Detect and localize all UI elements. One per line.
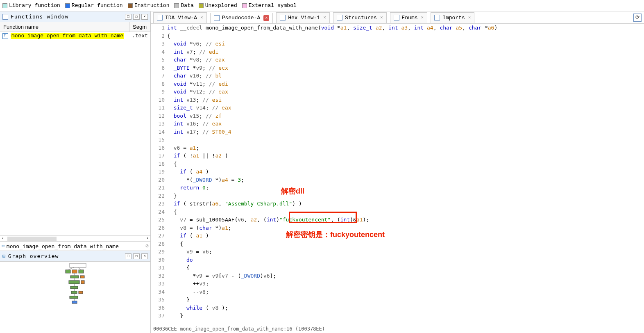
code-line[interactable]: int v17; // ST00_4 bbox=[167, 128, 644, 136]
svg-rect-9 bbox=[71, 291, 77, 294]
svg-rect-4 bbox=[70, 276, 79, 278]
graph-overview-window: ⊞ Graph overview □ ❐ × bbox=[0, 251, 150, 333]
code-line[interactable]: } bbox=[167, 192, 644, 200]
code-line[interactable]: { bbox=[167, 208, 644, 216]
code-line[interactable]: v9 = v6; bbox=[167, 248, 644, 256]
svg-rect-6 bbox=[69, 281, 79, 284]
code-line[interactable]: } bbox=[167, 312, 644, 320]
code-line[interactable]: int v7; // edi bbox=[167, 48, 644, 56]
code-line[interactable]: char v10; // bl bbox=[167, 72, 644, 80]
code-line[interactable]: v6 = a1; bbox=[167, 144, 644, 152]
tab-ida-view-a[interactable]: IDA View-A× bbox=[153, 12, 207, 23]
column-header-name[interactable]: Function name bbox=[0, 22, 129, 32]
code-line[interactable]: *v9 = v9[v7 - (_DWORD)v6]; bbox=[167, 272, 644, 280]
legend-item: Library function bbox=[2, 2, 60, 9]
code-line[interactable]: char *v8; // eax bbox=[167, 56, 644, 64]
pseudocode-view[interactable]: 1234567891011121314151617181920212223242… bbox=[151, 24, 644, 325]
code-line[interactable]: _BYTE *v9; // ecx bbox=[167, 64, 644, 72]
function-search-bar: ✂ ⊘ bbox=[0, 241, 150, 251]
code-line[interactable]: bool v15; // zf bbox=[167, 112, 644, 120]
code-line[interactable]: void *v11; // edi bbox=[167, 80, 644, 88]
code-line[interactable]: v7 = sub_10005AAF(v6, a2, (int)"fuckyout… bbox=[167, 216, 644, 224]
code-line[interactable]: if ( a1 ) bbox=[167, 232, 644, 240]
tab-close-icon[interactable]: × bbox=[323, 15, 326, 20]
code-line[interactable]: v8 = (char *)a1; bbox=[167, 224, 644, 232]
tab-icon bbox=[394, 15, 399, 21]
scroll-left-icon[interactable]: ‹ bbox=[0, 236, 6, 241]
function-row[interactable]: mono_image_open_from_data_with_name .tex… bbox=[0, 32, 150, 40]
svg-rect-11 bbox=[70, 296, 78, 299]
tab-close-icon[interactable]: × bbox=[263, 15, 269, 21]
scroll-right-icon[interactable]: › bbox=[145, 236, 150, 241]
svg-rect-1 bbox=[66, 270, 70, 273]
code-line[interactable]: *(_DWORD *)a4 = 3; bbox=[167, 176, 644, 184]
graph-overview-title: Graph overview bbox=[8, 253, 123, 259]
code-line[interactable]: int __cdecl mono_image_open_from_data_wi… bbox=[167, 24, 644, 32]
code-line[interactable]: int v13; // esi bbox=[167, 96, 644, 104]
svg-rect-7 bbox=[81, 281, 84, 284]
tab-structures[interactable]: Structures× bbox=[333, 12, 387, 23]
tab-icon bbox=[434, 15, 440, 21]
legend-item: Instruction bbox=[128, 2, 170, 9]
code-line[interactable]: { bbox=[167, 264, 644, 272]
code-line[interactable]: { bbox=[167, 240, 644, 248]
close-button[interactable]: × bbox=[141, 14, 148, 20]
tab-enums[interactable]: Enums× bbox=[390, 12, 428, 23]
code-area[interactable]: int __cdecl mono_image_open_from_data_wi… bbox=[167, 24, 644, 325]
code-line[interactable]: void *v12; // eax bbox=[167, 88, 644, 96]
dock-button[interactable]: ❐ bbox=[133, 253, 140, 259]
code-line[interactable]: if ( a4 ) bbox=[167, 168, 644, 176]
tab-pseudocode-a[interactable]: Pseudocode-A× bbox=[210, 13, 273, 23]
tab-close-icon[interactable]: × bbox=[421, 15, 424, 20]
function-segment: .text bbox=[132, 33, 148, 39]
svg-rect-5 bbox=[80, 276, 84, 278]
graph-overview-titlebar[interactable]: ⊞ Graph overview □ ❐ × bbox=[0, 251, 150, 262]
functions-window-title: Functions window bbox=[11, 14, 123, 20]
legend-item: Regular function bbox=[65, 2, 123, 9]
legend-item: External symbol bbox=[242, 2, 297, 9]
code-line[interactable]: int v16; // eax bbox=[167, 120, 644, 128]
tab-icon bbox=[280, 15, 286, 21]
tab-close-icon[interactable]: × bbox=[380, 15, 383, 20]
code-line[interactable]: do bbox=[167, 256, 644, 264]
function-search-input[interactable] bbox=[7, 243, 145, 249]
graph-svg bbox=[61, 263, 98, 308]
restore-button[interactable]: □ bbox=[125, 253, 132, 259]
function-icon bbox=[2, 33, 8, 39]
scroll-thumb[interactable] bbox=[7, 237, 57, 241]
code-line[interactable]: ++v9; bbox=[167, 280, 644, 288]
functions-window-titlebar[interactable]: Functions window □ ❐ × bbox=[0, 11, 150, 22]
legend-item: Data bbox=[174, 2, 193, 9]
code-line[interactable]: } bbox=[167, 296, 644, 304]
code-line[interactable]: while ( v8 ); bbox=[167, 304, 644, 312]
svg-rect-10 bbox=[79, 291, 83, 294]
code-line[interactable]: if ( strstr(a6, "Assembly-CSharp.dll") ) bbox=[167, 200, 644, 208]
clear-search-icon[interactable]: ⊘ bbox=[145, 243, 149, 249]
svg-line-14 bbox=[78, 267, 81, 270]
tab-hex-view-1[interactable]: Hex View-1× bbox=[276, 12, 330, 23]
graph-canvas[interactable] bbox=[0, 262, 150, 333]
code-line[interactable]: if ( !a1 || !a2 ) bbox=[167, 152, 644, 160]
status-bar: 00036CEE mono_image_open_from_data_with_… bbox=[151, 325, 644, 333]
code-line[interactable]: { bbox=[167, 32, 644, 40]
legend-bar: Library function Regular function Instru… bbox=[0, 0, 644, 11]
code-line[interactable]: void *v6; // esi bbox=[167, 40, 644, 48]
code-line[interactable]: { bbox=[167, 160, 644, 168]
tab-close-icon[interactable]: × bbox=[468, 15, 471, 20]
code-line[interactable]: --v8; bbox=[167, 288, 644, 296]
sync-button[interactable]: ⟳ bbox=[633, 14, 642, 22]
tab-icon bbox=[214, 15, 220, 21]
code-line[interactable] bbox=[167, 136, 644, 144]
scissors-icon: ✂ bbox=[2, 243, 5, 249]
horizontal-scrollbar[interactable]: ‹ › bbox=[0, 235, 150, 241]
tab-close-icon[interactable]: × bbox=[200, 15, 203, 20]
code-line[interactable]: size_t v14; // eax bbox=[167, 104, 644, 112]
svg-rect-8 bbox=[70, 286, 78, 289]
code-line[interactable]: return 0; bbox=[167, 184, 644, 192]
restore-button[interactable]: □ bbox=[125, 14, 132, 20]
svg-rect-2 bbox=[72, 270, 77, 273]
column-header-segment[interactable]: Segm bbox=[129, 22, 150, 32]
dock-button[interactable]: ❐ bbox=[133, 14, 140, 20]
close-button[interactable]: × bbox=[141, 253, 148, 259]
tab-imports[interactable]: Imports× bbox=[431, 12, 474, 23]
